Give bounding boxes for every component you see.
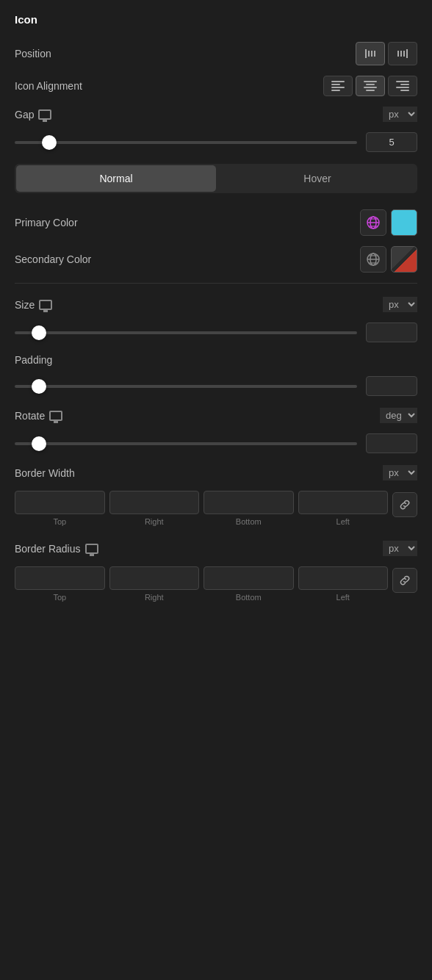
svg-rect-5 — [397, 51, 399, 57]
rotate-slider-thumb[interactable] — [32, 436, 46, 451]
border-width-link-btn[interactable] — [392, 492, 417, 517]
svg-rect-6 — [400, 51, 402, 57]
gap-unit-select[interactable]: px%em — [383, 107, 417, 122]
alignment-btn-group — [323, 76, 417, 96]
rotate-slider-row — [15, 433, 417, 453]
br-left-label: Left — [298, 593, 389, 602]
svg-rect-2 — [371, 51, 372, 57]
rotate-input[interactable] — [366, 433, 417, 453]
svg-rect-7 — [403, 51, 405, 57]
border-radius-link-btn[interactable] — [392, 568, 417, 593]
border-radius-label: Border Radius — [15, 543, 98, 555]
size-slider-row — [15, 323, 417, 342]
border-width-right-input[interactable] — [109, 491, 200, 514]
panel-title: Icon — [15, 13, 417, 26]
gap-label: Gap — [15, 109, 51, 120]
position-row: Position — [15, 42, 417, 65]
border-radius-unit-wrapper: px%em — [383, 541, 417, 556]
tab-normal[interactable]: Normal — [16, 165, 216, 192]
gap-input[interactable]: 5 — [366, 132, 417, 152]
icon-alignment-row: Icon Alignment — [15, 76, 417, 96]
svg-rect-1 — [368, 51, 370, 57]
padding-label: Padding — [15, 354, 52, 366]
svg-rect-10 — [331, 87, 345, 88]
icon-alignment-label: Icon Alignment — [15, 80, 82, 92]
position-left-btn[interactable] — [356, 42, 385, 65]
border-radius-responsive-icon — [85, 544, 98, 554]
border-width-label: Border Width — [15, 467, 75, 479]
svg-rect-17 — [400, 84, 409, 85]
gap-responsive-icon — [38, 109, 51, 120]
position-btn-group — [356, 42, 417, 65]
br-bottom-label: Bottom — [204, 593, 294, 602]
tab-hover[interactable]: Hover — [217, 164, 417, 193]
secondary-color-row: Secondary Color — [15, 246, 417, 273]
border-radius-top-input[interactable] — [15, 566, 105, 590]
position-label: Position — [15, 48, 51, 60]
primary-color-row: Primary Color — [15, 209, 417, 236]
border-radius-inputs-group: Top Right Bottom Left — [15, 566, 388, 602]
br-top-label: Top — [15, 593, 105, 602]
align-left-btn[interactable] — [323, 76, 353, 96]
padding-slider-row — [15, 376, 417, 396]
border-width-label-row: Border Width px%em — [15, 465, 417, 480]
br-right-label: Right — [109, 593, 200, 602]
bw-left-label: Left — [298, 517, 389, 526]
border-radius-label-row: Border Radius px%em — [15, 541, 417, 556]
rotate-responsive-icon — [49, 411, 62, 421]
secondary-color-control — [360, 246, 417, 273]
border-radius-right-input[interactable] — [109, 566, 200, 590]
border-width-labels: Top Right Bottom Left — [15, 517, 388, 526]
bw-right-label: Right — [109, 517, 200, 526]
border-width-fields-wrapper: Top Right Bottom Left — [15, 491, 417, 526]
icon-panel: Icon Position — [0, 0, 432, 615]
padding-label-row: Padding — [15, 354, 417, 366]
border-radius-bottom-input[interactable] — [204, 566, 294, 590]
svg-rect-4 — [406, 49, 408, 58]
border-width-inputs-group: Top Right Bottom Left — [15, 491, 388, 526]
primary-color-control — [360, 209, 417, 236]
gap-label-row: Gap px%em — [15, 107, 417, 122]
rotate-slider-track[interactable] — [15, 442, 357, 445]
position-right-btn[interactable] — [388, 42, 417, 65]
rotate-label-row: Rotate degradturn — [15, 408, 417, 423]
svg-rect-0 — [365, 49, 367, 58]
border-width-unit-select[interactable]: px%em — [383, 465, 417, 480]
border-radius-left-input[interactable] — [298, 566, 389, 590]
gap-slider-row: 5 — [15, 132, 417, 152]
border-width-top-input[interactable] — [15, 491, 105, 514]
size-responsive-icon — [39, 300, 52, 310]
primary-color-global-btn[interactable] — [360, 209, 386, 236]
primary-color-label: Primary Color — [15, 217, 78, 228]
svg-rect-14 — [364, 87, 377, 88]
svg-rect-9 — [331, 84, 340, 85]
size-slider-thumb[interactable] — [32, 325, 46, 340]
size-slider-track[interactable] — [15, 331, 357, 334]
border-width-unit-wrapper: px%em — [383, 465, 417, 480]
padding-slider-thumb[interactable] — [32, 379, 46, 394]
secondary-color-label: Secondary Color — [15, 253, 91, 265]
border-width-bottom-input[interactable] — [204, 491, 294, 514]
secondary-color-swatch[interactable] — [391, 246, 417, 273]
rotate-unit-select[interactable]: degradturn — [380, 408, 417, 423]
bw-bottom-label: Bottom — [204, 517, 294, 526]
svg-rect-11 — [331, 90, 340, 91]
align-center-btn[interactable] — [356, 76, 385, 96]
svg-rect-16 — [396, 81, 409, 82]
align-right-btn[interactable] — [388, 76, 417, 96]
size-input[interactable] — [366, 323, 417, 342]
svg-rect-3 — [374, 51, 375, 57]
border-radius-fields-wrapper: Top Right Bottom Left — [15, 566, 417, 602]
svg-rect-13 — [366, 84, 375, 85]
secondary-color-global-btn[interactable] — [360, 246, 386, 273]
border-width-input-grid — [15, 491, 388, 514]
padding-input[interactable] — [366, 376, 417, 396]
gap-slider-thumb[interactable] — [42, 135, 57, 150]
border-radius-unit-select[interactable]: px%em — [383, 541, 417, 556]
border-width-left-input[interactable] — [298, 491, 389, 514]
size-unit-select[interactable]: px%em — [383, 297, 417, 312]
primary-color-swatch[interactable] — [391, 209, 417, 236]
border-radius-input-grid — [15, 566, 388, 590]
padding-slider-track[interactable] — [15, 385, 357, 388]
gap-slider-track[interactable] — [15, 141, 357, 144]
